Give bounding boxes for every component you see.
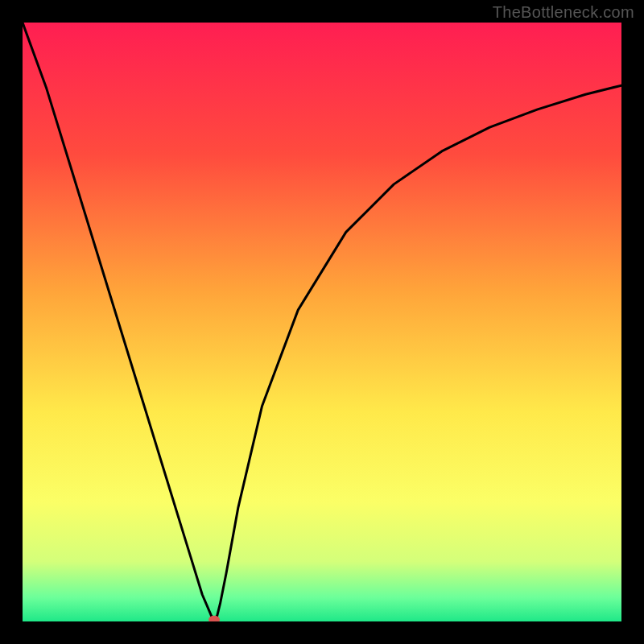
chart-container: TheBottleneck.com [0, 0, 644, 644]
watermark-text: TheBottleneck.com [493, 3, 634, 22]
chart-svg [23, 23, 621, 621]
plot-area [23, 23, 621, 621]
